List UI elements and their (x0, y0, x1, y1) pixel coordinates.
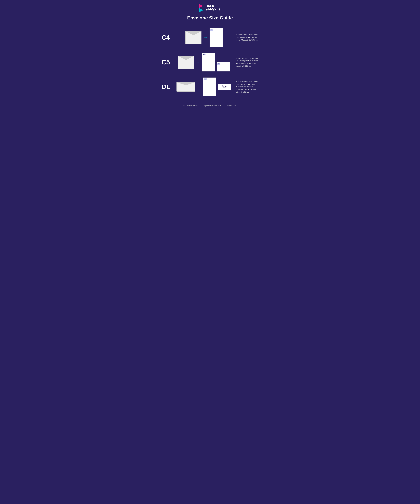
footer-phone: 0113 279 5812 (228, 105, 237, 107)
logo-brand-line1: BOLD (206, 5, 221, 7)
page-title: Envelope Size Guide (187, 15, 233, 21)
dl-paper-a4-label: A4 (204, 78, 207, 80)
dl-paper-a4: A4 (203, 78, 216, 96)
dl-envelope (176, 82, 195, 92)
c5-paper-a5: A5 (217, 62, 230, 72)
c5-description: A C5 envelope is 162x229mm This is desig… (236, 57, 258, 67)
c5-visual: → A4 A5 (175, 53, 233, 72)
c4-description: A C4 envelope is 229x324mm This is desig… (236, 34, 258, 41)
dl-fold-line-2 (203, 90, 216, 90)
c5-paper-a4: A4 (202, 53, 215, 72)
logo-text-block: BOLD COLOURS Stationery Specialists (206, 5, 221, 12)
c4-envelope (185, 31, 202, 44)
c5-fold-line (202, 62, 215, 62)
c5-envelope (178, 56, 194, 69)
c4-description-text: A C4 envelope is 229x324mm This is desig… (236, 34, 258, 41)
title-underline (199, 22, 221, 22)
c5-paper-group: A4 A5 (202, 53, 230, 72)
c5-arrow: → (196, 60, 200, 64)
logo-icon (199, 4, 204, 12)
c5-paper-a5-label: A5 (217, 63, 220, 65)
c4-paper-a4-label: A4 (210, 29, 213, 31)
dl-arrow: → (197, 84, 201, 89)
dl-description-text: A DL envelope is 210x297mm This is desig… (236, 80, 258, 93)
footer-divider-1: / (200, 105, 201, 107)
dl-paper-group: A4 Comp.Slip (203, 78, 231, 96)
header: BOLD COLOURS Stationery Specialists Enve… (187, 4, 233, 25)
c5-section: C5 → A4 A5 A C5 envelope is 162x229mm Th (162, 53, 258, 72)
logo-area: BOLD COLOURS Stationery Specialists (199, 4, 221, 12)
svg-marker-1 (199, 8, 203, 12)
dl-comp-slip-label: Comp.Slip (222, 85, 227, 89)
c5-label: C5 (162, 59, 175, 66)
dl-section: DL → A4 Comp.Slip A DL envelo (162, 78, 258, 96)
dl-comp-slip: Comp.Slip (218, 84, 231, 90)
footer-divider-2: / (224, 105, 224, 107)
dl-fold-line-1 (203, 84, 216, 84)
dl-description: A DL envelope is 210x297mm This is desig… (236, 80, 258, 93)
c4-visual: → A4 (175, 28, 233, 47)
c5-description-text: A C5 envelope is 162x229mm This is desig… (236, 57, 258, 67)
svg-marker-0 (199, 4, 203, 8)
footer-website: www.boldcolours.co.uk (183, 105, 198, 107)
footer: www.boldcolours.co.uk / support@boldcolo… (162, 103, 258, 107)
dl-visual: → A4 Comp.Slip (175, 78, 233, 96)
dl-label: DL (162, 83, 175, 91)
logo-brand-line2: COLOURS (206, 7, 221, 10)
c5-paper-a4-label: A4 (203, 54, 206, 55)
page: BOLD COLOURS Stationery Specialists Enve… (160, 0, 260, 504)
c4-paper-a4: A4 (210, 28, 223, 47)
footer-email: support@boldcolours.co.uk (204, 105, 221, 107)
logo-subtitle: Stationery Specialists (206, 10, 221, 12)
c4-section: C4 → A4 A C4 envelope is 229x324mm This … (162, 28, 258, 47)
c4-label: C4 (162, 34, 175, 41)
c4-arrow: → (204, 35, 208, 40)
